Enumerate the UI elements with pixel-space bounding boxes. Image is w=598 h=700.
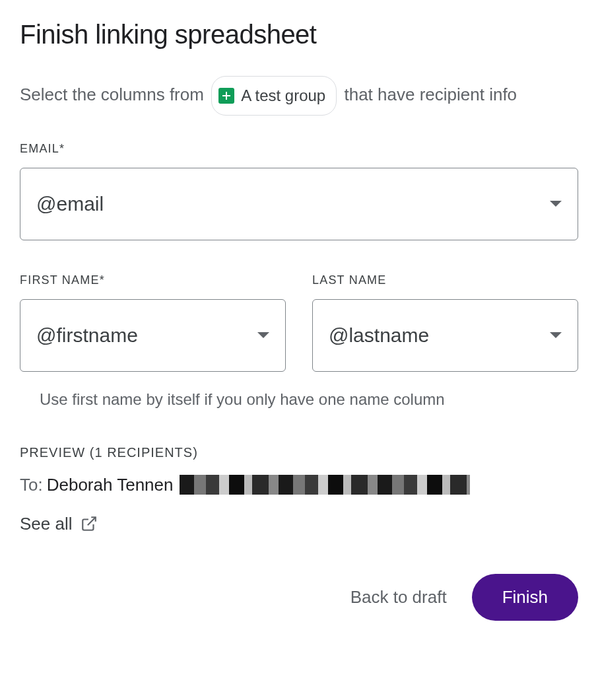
email-label: EMAIL* [20,142,578,156]
open-in-new-icon [81,515,98,532]
chevron-down-icon [257,332,269,338]
chip-label: A test group [241,81,325,111]
back-to-draft-button[interactable]: Back to draft [345,580,452,614]
subtitle-before: Select the columns from [20,85,204,104]
firstname-label: FIRST NAME* [20,273,286,287]
chevron-down-icon [550,201,562,207]
sheets-icon [218,88,234,104]
page-title: Finish linking spreadsheet [20,20,578,50]
finish-button[interactable]: Finish [472,574,578,621]
footer-actions: Back to draft Finish [20,574,578,621]
svg-rect-1 [226,92,227,100]
preview-recipient: To: Deborah Tennen [20,475,578,495]
lastname-select-value: @lastname [329,324,429,347]
subtitle: Select the columns from A test group tha… [20,76,578,116]
spreadsheet-chip[interactable]: A test group [211,76,337,116]
see-all-label: See all [20,514,73,534]
see-all-link[interactable]: See all [20,514,98,534]
firstname-select-value: @firstname [36,324,138,347]
to-prefix: To: [20,475,43,495]
svg-line-2 [87,517,95,525]
redacted-email [180,475,470,495]
recipient-name: Deborah Tennen [47,475,174,495]
name-hint: Use first name by itself if you only hav… [40,390,578,409]
preview-label: PREVIEW (1 RECIPIENTS) [20,445,578,460]
email-select-value: @email [36,193,104,215]
chevron-down-icon [550,332,562,338]
email-select[interactable]: @email [20,168,578,240]
firstname-select[interactable]: @firstname [20,299,286,372]
lastname-select[interactable]: @lastname [312,299,578,372]
lastname-label: LAST NAME [312,273,578,287]
subtitle-after: that have recipient info [344,85,517,104]
